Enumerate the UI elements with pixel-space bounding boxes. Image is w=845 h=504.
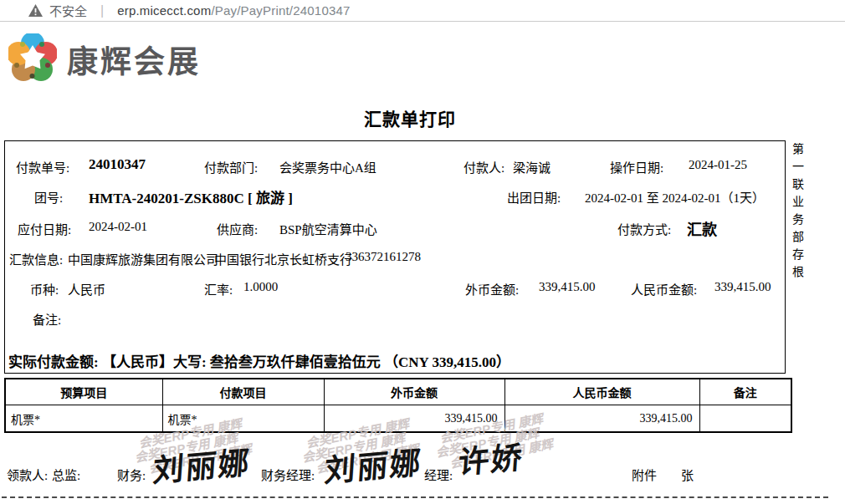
remark-label: 备注: xyxy=(33,310,61,328)
finance-manager-label: 财务经理: xyxy=(261,466,315,483)
attachment-label: 附件 xyxy=(632,466,657,483)
table-header-row: 预算项目 付款项目 外币金额 人民币金额 备注 xyxy=(5,379,791,405)
security-warning-icon[interactable] xyxy=(28,4,43,17)
finance-label: 财务: xyxy=(117,466,146,483)
payer-label: 付款人: xyxy=(463,158,504,176)
flower-logo-icon xyxy=(8,33,57,85)
signature-finance-manager: 刘丽娜 xyxy=(323,437,423,491)
stub-copy-label: 第一联业务部存根 xyxy=(790,143,803,283)
cny-amount-label: 人民币金额: xyxy=(631,280,697,298)
payee-label: 领款人: xyxy=(7,466,48,483)
foreign-amount-value: 339,415.00 xyxy=(539,280,596,294)
rate-label: 汇率: xyxy=(204,280,233,298)
department-value: 会奖票务中心A组 xyxy=(279,158,376,176)
foreign-amount-label: 外币金额: xyxy=(465,280,519,298)
col-budget-item: 预算项目 xyxy=(5,379,162,405)
browser-address-bar[interactable]: 不安全 | erp.micecct.com/Pay/PayPrint/24010… xyxy=(0,0,845,22)
signature-manager: 许娇 xyxy=(457,431,525,482)
group-no-label: 团号: xyxy=(34,188,63,206)
cell-budget-item: 机票* xyxy=(5,405,162,433)
director-label: 总监: xyxy=(52,466,80,483)
department-label: 付款部门: xyxy=(204,158,258,176)
col-foreign-amount: 外币金额 xyxy=(324,379,504,405)
page-url[interactable]: erp.micecct.com/Pay/PayPrint/24010347 xyxy=(117,3,350,18)
manager-label: 经理: xyxy=(424,466,453,483)
remit-bank: 中国银行北京长虹桥支行 xyxy=(214,250,352,267)
page-title: 汇款单打印 xyxy=(0,105,820,130)
security-warning-label: 不安全 xyxy=(49,2,87,19)
url-path: /Pay/PayPrint/24010347 xyxy=(211,3,350,18)
remit-info-label: 汇款信息: xyxy=(9,250,63,267)
currency-label: 币种: xyxy=(30,280,59,298)
attachment-unit: 张 xyxy=(681,466,694,483)
col-remark: 备注 xyxy=(699,379,791,405)
remittance-form: 付款单号: 24010347 付款部门: 会奖票务中心A组 付款人: 梁海诚 操… xyxy=(4,140,786,374)
tour-date-label: 出团日期: xyxy=(507,188,561,206)
due-date-value: 2024-02-01 xyxy=(89,220,147,234)
col-cny-amount: 人民币金额 xyxy=(504,379,699,405)
payment-method-value: 汇款 xyxy=(687,217,717,239)
supplier-label: 供应商: xyxy=(217,220,258,237)
rate-value: 1.0000 xyxy=(243,280,278,294)
currency-value: 人民币 xyxy=(68,280,105,298)
operation-date-value: 2024-01-25 xyxy=(689,158,747,172)
payment-method-label: 付款方式: xyxy=(617,220,671,237)
payer-value: 梁海诚 xyxy=(513,158,551,176)
url-host: erp.micecct.com xyxy=(117,3,211,18)
tour-date-value: 2024-02-01 至 2024-02-01（1天） xyxy=(585,188,765,206)
company-logo: 康辉会展 xyxy=(8,33,201,85)
supplier-value: BSP航空清算中心 xyxy=(279,220,377,237)
remit-company: 中国康辉旅游集团有限公司 xyxy=(68,250,218,267)
payment-no-value: 24010347 xyxy=(89,156,146,173)
address-bar-separator: | xyxy=(100,3,104,18)
cny-amount-value: 339,415.00 xyxy=(714,280,771,294)
due-date-label: 应付日期: xyxy=(18,220,71,237)
remit-account: 336372161278 xyxy=(346,250,421,264)
operation-date-label: 操作日期: xyxy=(610,158,663,176)
cut-dashed-line xyxy=(2,496,828,498)
brand-name: 康辉会展 xyxy=(67,37,201,82)
signature-finance: 刘丽娜 xyxy=(151,437,252,491)
group-no-value: HMTA-240201-ZSK880C [ 旅游 ] xyxy=(89,186,293,207)
actual-amount-line: 实际付款金额: 【人民币】大写: 叁拾叁万玖仟肆佰壹拾伍元 （CNY 339,4… xyxy=(8,350,510,371)
payment-no-label: 付款单号: xyxy=(16,158,69,176)
col-payment-item: 付款项目 xyxy=(162,379,324,405)
cell-remark xyxy=(699,405,791,433)
